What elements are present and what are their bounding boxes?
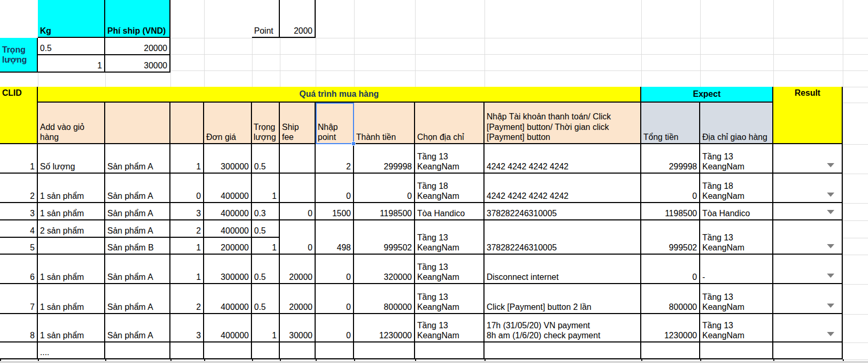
weight-0-kg-cell[interactable]: 0.5	[38, 38, 105, 55]
point-cell[interactable]: 1500	[316, 203, 354, 220]
product-cell[interactable]: Sản phẩm A	[105, 203, 170, 220]
subheader-weight[interactable]: Trọng lượng	[252, 103, 280, 144]
expect-total-cell[interactable]: 800000	[641, 284, 700, 314]
subheader-unit-price[interactable]: Đơn giá	[204, 103, 252, 144]
subheader-expect-total[interactable]: Tổng tiền	[641, 103, 700, 144]
empty-cell[interactable]	[485, 342, 641, 359]
amount-cell[interactable]: 0	[354, 174, 415, 203]
expect-total-cell[interactable]: 1230000	[641, 314, 700, 342]
subheader-ship-fee[interactable]: Ship fee	[280, 103, 316, 144]
payment-cell[interactable]: Click [Payment] button 2 lần	[485, 284, 641, 314]
product-cell[interactable]: Sản phẩm A	[105, 255, 170, 284]
subheader-delivery-address[interactable]: Địa chỉ giao hàng	[700, 103, 773, 144]
delivery-address-cell[interactable]: Tầng 13 KeangNam	[700, 220, 773, 255]
expect-total-cell[interactable]: 299998	[641, 144, 700, 174]
product-cell[interactable]: Sản phẩm A	[105, 284, 170, 314]
amount-cell[interactable]: 1230000	[354, 314, 415, 342]
subheader-blank-qty[interactable]	[170, 103, 204, 144]
delivery-address-cell[interactable]: -	[700, 255, 773, 284]
weight-cell[interactable]: 1	[252, 314, 280, 342]
ship-fee-cell[interactable]	[280, 174, 316, 203]
subheader-amount[interactable]: Thành tiền	[354, 103, 415, 144]
add-to-cart-cell[interactable]: Số lượng	[38, 144, 105, 174]
empty-cell[interactable]	[170, 342, 204, 359]
weight-cell[interactable]: 0.5	[252, 284, 280, 314]
subheader-choose-address[interactable]: Chọn địa chỉ	[415, 103, 485, 144]
product-cell[interactable]: Sản phẩm A	[105, 144, 170, 174]
add-to-cart-cell[interactable]: 1 sản phẩm	[38, 174, 105, 203]
delivery-address-cell[interactable]: Tòa Handico	[700, 203, 773, 220]
result-dropdown-cell[interactable]	[773, 314, 843, 342]
row-number-cell[interactable]: 3	[0, 203, 38, 220]
dropdown-arrow-icon[interactable]	[827, 332, 834, 336]
payment-cell[interactable]: 17h (31/05/20) VN payment 8h am (1/6/20)…	[485, 314, 641, 342]
point-cell[interactable]: 0	[316, 174, 354, 203]
clid-header-cell[interactable]: CLID	[0, 87, 38, 144]
dropdown-arrow-icon[interactable]	[827, 193, 834, 197]
ellipsis-cell[interactable]: ....	[38, 342, 105, 359]
unit-price-cell[interactable]: 400000	[204, 220, 252, 238]
qty-cell[interactable]: 3	[170, 314, 204, 342]
point-cell[interactable]: 0	[316, 255, 354, 284]
weight-cell[interactable]: 1	[252, 238, 280, 255]
result-dropdown-cell[interactable]	[773, 220, 843, 255]
choose-address-cell[interactable]: Tầng 13 KeangNam	[415, 314, 485, 342]
expect-total-cell[interactable]: 0	[641, 255, 700, 284]
unit-price-cell[interactable]: 400000	[204, 174, 252, 203]
unit-price-cell[interactable]: 300000	[204, 255, 252, 284]
result-dropdown-cell[interactable]	[773, 174, 843, 203]
unit-price-cell[interactable]: 300000	[204, 144, 252, 174]
empty-cell[interactable]	[0, 342, 38, 359]
qty-cell[interactable]: 2	[170, 220, 204, 238]
fill-handle[interactable]	[351, 142, 356, 146]
choose-address-cell[interactable]: Tòa Handico	[415, 203, 485, 220]
point-cell[interactable]: 0	[316, 314, 354, 342]
subheader-payment[interactable]: Nhập Tài khoản thanh toán/ Click [Paymen…	[485, 103, 641, 144]
empty-cell[interactable]	[773, 342, 843, 359]
row-number-cell[interactable]: 5	[0, 238, 38, 255]
ship-fee-cell[interactable]: 0	[280, 220, 316, 255]
delivery-address-cell[interactable]: Tầng 18 KeangNam	[700, 174, 773, 203]
amount-cell[interactable]: 320000	[354, 255, 415, 284]
process-header-cell[interactable]: Quá trình mua hàng	[38, 87, 641, 103]
delivery-address-cell[interactable]: Tầng 13 KeangNam	[700, 314, 773, 342]
empty-cell[interactable]	[204, 342, 252, 359]
product-cell[interactable]: Sản phẩm B	[105, 238, 170, 255]
row-number-cell[interactable]: 8	[0, 314, 38, 342]
dropdown-arrow-icon[interactable]	[827, 163, 834, 167]
choose-address-cell[interactable]: Tầng 13 KeangNam	[415, 255, 485, 284]
point-label-cell[interactable]: Point	[252, 0, 280, 38]
weight-cell[interactable]: 0.3	[252, 203, 280, 220]
ship-fee-cell[interactable]	[280, 144, 316, 174]
amount-cell[interactable]: 299998	[354, 144, 415, 174]
add-to-cart-cell[interactable]: 1 sản phẩm	[38, 203, 105, 220]
unit-price-cell[interactable]: 400000	[204, 314, 252, 342]
ship-fee-cell[interactable]: 20000	[280, 284, 316, 314]
qty-cell[interactable]: 1	[170, 238, 204, 255]
empty-cell[interactable]	[641, 342, 700, 359]
weight-cell[interactable]: 1	[252, 174, 280, 203]
delivery-address-cell[interactable]: Tầng 13 KeangNam	[700, 144, 773, 174]
result-dropdown-cell[interactable]	[773, 144, 843, 174]
kg-header-cell[interactable]: Kg	[38, 0, 105, 38]
amount-cell[interactable]: 800000	[354, 284, 415, 314]
ship-fee-cell[interactable]: 30000	[280, 314, 316, 342]
empty-cell[interactable]	[415, 342, 485, 359]
empty-cell[interactable]	[354, 342, 415, 359]
result-dropdown-cell[interactable]	[773, 284, 843, 314]
payment-cell[interactable]: 378282246310005	[485, 203, 641, 220]
weight-row-label-cell[interactable]: Trọng lượng	[0, 38, 38, 73]
weight-cell[interactable]: 0.5	[252, 144, 280, 174]
qty-cell[interactable]: 2	[170, 284, 204, 314]
expect-total-cell[interactable]: 1198500	[641, 203, 700, 220]
subheader-add-to-cart[interactable]: Add vào giỏ hàng	[38, 103, 105, 144]
dropdown-arrow-icon[interactable]	[827, 244, 834, 248]
subheader-blank-product[interactable]	[105, 103, 170, 144]
point-cell[interactable]: 2	[316, 144, 354, 174]
choose-address-cell[interactable]: Tầng 13 KeangNam	[415, 220, 485, 255]
amount-cell[interactable]: 999502	[354, 220, 415, 255]
add-to-cart-cell[interactable]	[38, 238, 105, 255]
choose-address-cell[interactable]: Tầng 13 KeangNam	[415, 284, 485, 314]
expect-header-cell[interactable]: Expect	[641, 87, 773, 103]
row-number-cell[interactable]: 4	[0, 220, 38, 238]
